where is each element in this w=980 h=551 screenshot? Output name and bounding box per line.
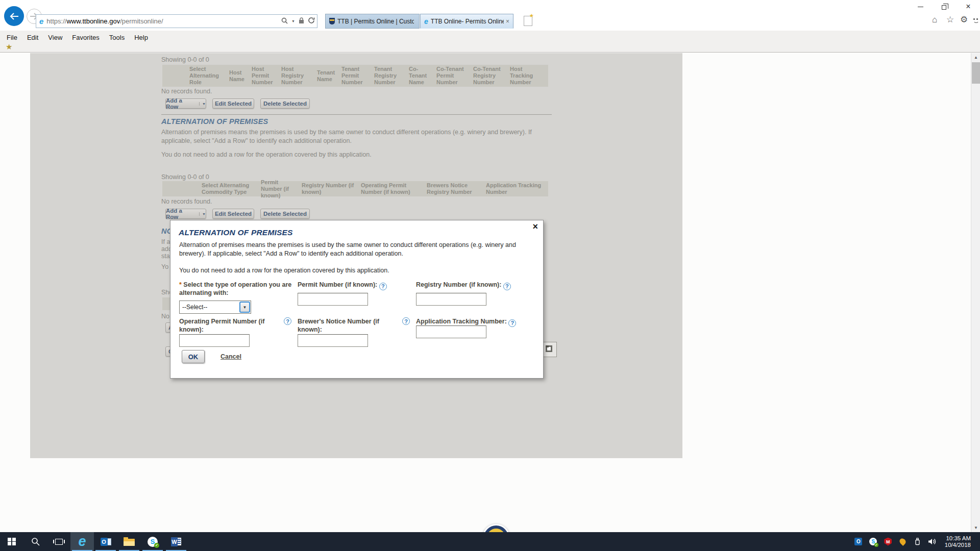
close-icon: × — [966, 3, 970, 10]
tray-mcafee-icon[interactable]: M — [884, 537, 893, 546]
task-view-icon — [55, 539, 63, 545]
menu-tools[interactable]: Tools — [109, 34, 125, 41]
menu-help[interactable]: Help — [134, 34, 148, 41]
favorites-bar-star-icon[interactable]: ★ — [6, 42, 12, 52]
column-header: Brewers Notice Registry Number — [425, 181, 484, 196]
tracking-number-input[interactable] — [416, 325, 486, 338]
brewers-notice-help-icon[interactable]: ? — [402, 317, 410, 325]
hidden-showing-fragment: Sho — [161, 289, 170, 296]
permit-help-icon[interactable]: ? — [379, 283, 387, 290]
clock-date: 10/4/2018 — [945, 542, 971, 548]
restore-icon — [942, 5, 946, 10]
table2-actions: Add a Row ▼ Edit Selected Delete Selecte… — [165, 209, 310, 219]
menu-favorites[interactable]: Favorites — [72, 34, 99, 41]
delete-selected-button-2[interactable]: Delete Selected — [260, 209, 310, 219]
no-records-text-2: No records found. — [161, 198, 212, 205]
home-icon[interactable]: ⌂ — [932, 15, 937, 24]
taskbar-word-button[interactable]: W — [164, 532, 188, 551]
taskbar-outlook-button[interactable]: O — [94, 532, 117, 551]
tab-ttb-online-active[interactable]: e TTB Online- Permits Online... × — [420, 14, 513, 29]
window-minimize-button[interactable] — [912, 1, 929, 12]
delete-selected-button-1[interactable]: Delete Selected — [260, 98, 310, 109]
select-column-header — [162, 65, 188, 87]
menu-view[interactable]: View — [48, 34, 62, 41]
file-explorer-icon — [124, 538, 135, 546]
permit-number-input[interactable] — [298, 293, 368, 306]
window-restore-button[interactable] — [935, 1, 952, 12]
refresh-icon[interactable] — [308, 17, 315, 26]
taskbar-skype-button[interactable]: S✓ — [141, 532, 164, 551]
page-scrollbar[interactable]: ▲ ▼ — [971, 53, 980, 532]
operating-permit-help-icon[interactable]: ? — [284, 317, 291, 325]
registry-number-label: Registry Number (if known): ? — [416, 281, 511, 290]
tray-flame-icon[interactable] — [898, 537, 908, 546]
column-header: Select Alternating Commodity Type — [200, 181, 259, 196]
alternation-section-heading: ALTERNATION OF PREMISES — [161, 117, 268, 126]
tray-usb-icon[interactable] — [913, 537, 922, 546]
tray-volume-icon[interactable] — [928, 537, 937, 546]
taskbar-file-explorer-button[interactable] — [117, 532, 141, 551]
cancel-link[interactable]: Cancel — [220, 353, 241, 360]
tracking-help-icon[interactable]: ? — [508, 319, 516, 327]
column-header: Co-Tenant Registry Number — [472, 65, 508, 87]
hidden-text-fragment: add — [161, 245, 170, 253]
permit-number-label: Permit Number (if known): ? — [298, 281, 387, 290]
edit-selected-button-2[interactable]: Edit Selected — [212, 209, 254, 219]
skype-icon: S✓ — [148, 537, 158, 547]
taskbar-search-button[interactable] — [23, 532, 47, 551]
back-button[interactable] — [4, 6, 24, 26]
settings-gear-icon[interactable]: ⚙ — [960, 15, 968, 24]
menu-bar: File Edit View Favorites Tools Help — [7, 34, 148, 41]
back-arrow-icon — [9, 12, 19, 20]
registry-help-icon[interactable]: ? — [503, 283, 511, 290]
search-dropdown-icon[interactable]: ▼ — [291, 19, 295, 23]
search-icon[interactable] — [281, 17, 288, 26]
tray-skype-icon[interactable]: S✓ — [869, 537, 878, 546]
menu-file[interactable]: File — [7, 34, 17, 41]
section-divider — [161, 114, 552, 115]
scrollbar-thumb[interactable] — [972, 62, 980, 84]
windows-taskbar: e O S✓ W O S✓ M 10:35 AM 10/4/ — [0, 532, 980, 551]
hidden-toolbar-button-fragment[interactable] — [543, 342, 557, 357]
operation-type-label: * Select the type of operation you are a… — [179, 281, 299, 297]
label-text: Permit Number (if known): — [298, 281, 377, 288]
ok-button[interactable]: OK — [182, 350, 205, 363]
scroll-down-icon[interactable]: ▼ — [971, 523, 980, 532]
dialog-close-icon[interactable]: × — [532, 221, 538, 232]
registry-number-input[interactable] — [416, 293, 486, 306]
hidden-text-fragment: sta — [161, 253, 170, 260]
save-icon — [546, 345, 552, 352]
url-scheme: https:// — [46, 17, 66, 25]
edit-selected-button-1[interactable]: Edit Selected — [212, 98, 254, 109]
address-bar[interactable]: e https://www.ttbonline.gov/permitsonlin… — [36, 14, 317, 28]
scroll-up-icon[interactable]: ▲ — [971, 53, 980, 62]
tab-ttb-permits-online[interactable]: TTB | Permits Online | Custom... — [325, 14, 420, 29]
column-header: Registry Number (if known) — [300, 181, 359, 196]
lock-icon — [299, 17, 304, 26]
tab-close-icon[interactable]: × — [506, 18, 509, 25]
menu-edit[interactable]: Edit — [27, 34, 38, 41]
task-view-button[interactable] — [47, 532, 70, 551]
search-icon — [31, 537, 40, 546]
add-row-button-1[interactable]: Add a Row ▼ — [165, 98, 206, 109]
brewers-notice-input[interactable] — [298, 334, 368, 347]
internet-explorer-icon: e — [78, 535, 86, 548]
showing-count-1: Showing 0-0 of 0 — [161, 56, 209, 63]
ttb-shield-icon — [329, 18, 335, 24]
operating-permit-input[interactable] — [179, 334, 250, 347]
tray-outlook-icon[interactable]: O — [854, 537, 863, 546]
url-path: /permitsonline/ — [120, 17, 163, 25]
hidden-text-fragment: Yo — [161, 263, 170, 270]
taskbar-clock[interactable]: 10:35 AM 10/4/2018 — [943, 535, 976, 548]
new-tab-button[interactable] — [524, 16, 532, 26]
favorites-star-icon[interactable]: ☆ — [946, 15, 954, 24]
column-header: Host Name — [228, 65, 250, 87]
window-close-button[interactable]: × — [960, 1, 977, 12]
start-button[interactable] — [0, 532, 23, 551]
column-header: Application Tracking Number — [484, 181, 548, 196]
ie-tab-icon: e — [424, 17, 428, 26]
add-row-button-2[interactable]: Add a Row ▼ — [165, 209, 206, 219]
taskbar-ie-button[interactable]: e — [70, 532, 94, 551]
operation-type-select[interactable]: --Select-- ▼ — [179, 300, 251, 314]
url-domain: www.ttbonline.gov — [66, 17, 120, 25]
